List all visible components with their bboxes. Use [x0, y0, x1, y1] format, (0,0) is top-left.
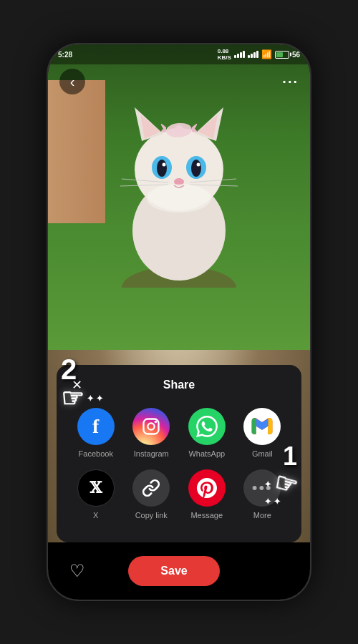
share-copylink[interactable]: Copy link [128, 469, 175, 519]
share-title: Share [85, 379, 273, 391]
svg-point-20 [147, 184, 211, 213]
signal-icon [234, 51, 245, 58]
copylink-icon [132, 469, 170, 507]
time-display: 5:28 [58, 51, 72, 59]
back-button[interactable]: ‹ [59, 69, 85, 94]
battery-percent: 56 [292, 51, 300, 59]
status-left: 5:28 [58, 51, 72, 59]
svg-point-19 [175, 125, 183, 134]
gesture-number-2: 2 [61, 353, 77, 385]
hand-icon-2: ☞ [61, 384, 84, 414]
share-x[interactable]: 𝕏 X [72, 469, 119, 519]
phone-inner: 5:28 0.88KB/S 📶 [48, 44, 310, 600]
battery-fill [276, 52, 283, 57]
share-whatsapp[interactable]: WhatsApp [183, 408, 230, 458]
back-icon: ‹ [70, 74, 75, 90]
message-icon [188, 469, 226, 507]
svg-point-11 [163, 163, 166, 167]
svg-point-9 [157, 160, 167, 177]
status-bar: 5:28 0.88KB/S 📶 [48, 44, 310, 64]
instagram-label: Instagram [134, 449, 169, 458]
svg-point-23 [155, 421, 158, 424]
share-row-2: 𝕏 X Copy link [68, 469, 290, 519]
x-icon: 𝕏 [77, 469, 115, 507]
kb-speed: 0.88KB/S [218, 48, 231, 61]
share-row-1: f Facebook Instagram [68, 408, 290, 458]
sparkles-1: ✦ [264, 479, 271, 489]
whatsapp-icon [188, 408, 226, 445]
share-instagram[interactable]: Instagram [128, 408, 175, 458]
battery-icon [275, 51, 289, 59]
share-message[interactable]: Message [183, 469, 230, 519]
facebook-label: Facebook [79, 449, 113, 458]
signal-icon-2 [248, 51, 258, 58]
share-facebook[interactable]: f Facebook [72, 408, 119, 458]
background-house [48, 80, 105, 223]
more-options-button[interactable]: ··· [282, 74, 299, 90]
gesture-2: 2 ☞ ✦ ✦ [61, 355, 103, 414]
copylink-label: Copy link [135, 511, 168, 519]
svg-point-10 [191, 160, 201, 177]
whatsapp-label: WhatsApp [188, 449, 225, 458]
more-label: More [253, 511, 271, 519]
cat-image [107, 87, 251, 291]
status-right: 0.88KB/S 📶 56 [218, 48, 300, 61]
gesture-number-1: 1 [283, 444, 297, 469]
gmail-icon [243, 408, 281, 445]
sparkles-2: ✦ ✦ [87, 394, 103, 404]
hand-icon-1: ☞ [271, 467, 301, 502]
gesture-1: 1 ✦ ☞ ✦ ✦ [264, 444, 297, 507]
svg-point-12 [197, 163, 200, 167]
instagram-icon [132, 408, 170, 445]
phone-frame: 5:28 0.88KB/S 📶 [47, 43, 311, 601]
save-button[interactable]: Save [128, 556, 219, 586]
message-label: Message [190, 511, 223, 519]
top-nav: ‹ ··· [48, 64, 310, 99]
heart-button[interactable]: ♡ [69, 561, 85, 581]
x-label: X [93, 511, 98, 519]
svg-point-22 [148, 423, 155, 429]
bottom-bar: ♡ Save [48, 542, 310, 600]
wifi-icon: 📶 [261, 49, 272, 59]
